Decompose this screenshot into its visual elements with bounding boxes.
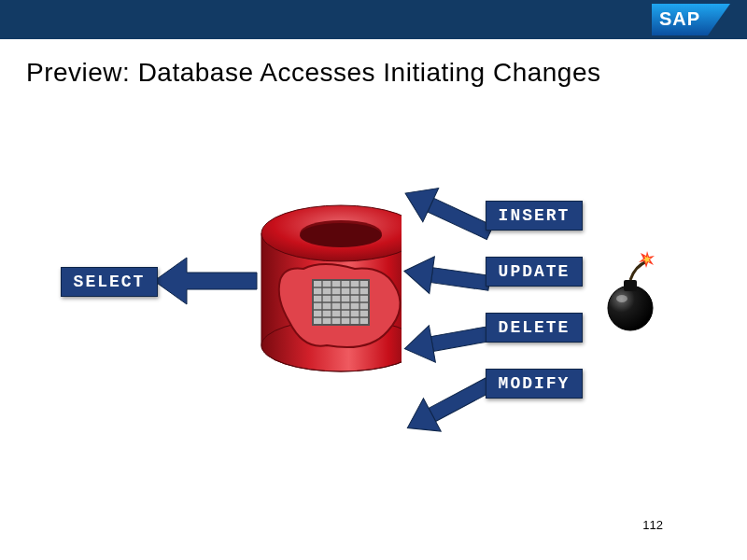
bomb-icon xyxy=(608,251,655,330)
database-cylinder xyxy=(261,205,420,371)
select-arrow xyxy=(154,258,257,304)
svg-marker-27 xyxy=(402,326,435,368)
svg-marker-25 xyxy=(402,253,434,294)
svg-point-3 xyxy=(300,223,382,247)
insert-box: INSERT xyxy=(486,201,583,231)
svg-marker-16 xyxy=(154,258,257,304)
svg-marker-33 xyxy=(642,255,651,264)
logo-text: SAP xyxy=(659,8,700,29)
svg-point-1 xyxy=(261,205,420,261)
header-bar: SAP xyxy=(0,0,747,39)
svg-rect-24 xyxy=(430,268,490,290)
slide-number: 112 xyxy=(642,518,663,532)
svg-rect-22 xyxy=(428,198,493,239)
insert-arrow xyxy=(406,207,495,273)
update-box: UPDATE xyxy=(486,257,583,287)
page-title: Preview: Database Accesses Initiating Ch… xyxy=(0,39,747,88)
modify-box: MODIFY xyxy=(486,369,583,399)
delete-arrow xyxy=(402,315,493,367)
svg-rect-31 xyxy=(624,280,637,291)
svg-point-4 xyxy=(261,319,420,371)
update-arrow xyxy=(402,253,492,301)
modify-arrow xyxy=(399,368,499,444)
svg-rect-5 xyxy=(313,280,369,325)
svg-point-30 xyxy=(608,286,653,330)
delete-box: DELETE xyxy=(486,313,583,343)
insert-arrow xyxy=(398,176,499,261)
select-box: SELECT xyxy=(61,267,158,297)
svg-point-2 xyxy=(300,220,382,246)
svg-rect-28 xyxy=(429,378,493,422)
svg-marker-29 xyxy=(399,399,441,444)
svg-marker-17 xyxy=(425,207,495,259)
svg-point-34 xyxy=(616,295,627,302)
svg-rect-26 xyxy=(431,327,491,352)
svg-marker-32 xyxy=(639,251,655,268)
svg-marker-19 xyxy=(406,217,488,273)
sap-logo: SAP xyxy=(652,4,730,35)
svg-marker-23 xyxy=(398,176,439,222)
